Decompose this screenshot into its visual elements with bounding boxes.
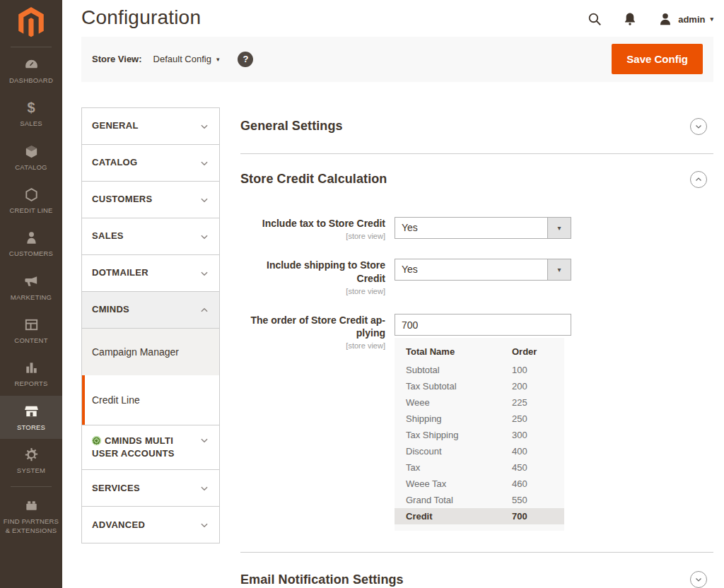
user-icon bbox=[658, 11, 673, 27]
field-scope: [store view] bbox=[240, 341, 385, 351]
header-actions: admin ▾ bbox=[587, 6, 713, 27]
config-section-general[interactable]: GENERAL bbox=[82, 108, 219, 145]
select-value: Yes bbox=[395, 218, 547, 238]
content-row: GENERAL CATALOG CUSTOMERS SALES DOTMAILE… bbox=[62, 82, 724, 588]
sidebar-item-dashboard[interactable]: DASHBOARD bbox=[0, 49, 62, 92]
collapse-toggle bbox=[690, 171, 707, 188]
select-arrow-button: ▾ bbox=[547, 218, 571, 238]
admin-account-menu[interactable]: admin ▾ bbox=[658, 11, 713, 27]
store-credit-header[interactable]: Store Credit Calculation bbox=[240, 171, 713, 188]
config-subitem-credit-line[interactable]: Credit Line bbox=[82, 375, 219, 425]
sidebar-item-reports[interactable]: REPORTS bbox=[0, 352, 62, 395]
dashboard-icon bbox=[23, 57, 40, 73]
section-title: Store Credit Calculation bbox=[240, 172, 387, 187]
field-label: Include tax to Store Credit[store view] bbox=[240, 217, 395, 241]
sidebar-divider bbox=[11, 47, 52, 47]
system-icon bbox=[23, 447, 40, 463]
field-label: The order of Store Credit ap- plying[sto… bbox=[240, 314, 395, 531]
column-header-order: Order bbox=[512, 346, 537, 357]
notifications-button[interactable] bbox=[622, 11, 638, 27]
config-nav: GENERAL CATALOG CUSTOMERS SALES DOTMAILE… bbox=[81, 107, 220, 543]
sidebar-item-label: CREDIT LINE bbox=[9, 206, 52, 215]
config-subitem-campaign-manager[interactable]: Campaign Manager bbox=[82, 329, 219, 375]
section-title: Email Notification Settings bbox=[240, 572, 404, 587]
chevron-down-icon bbox=[199, 232, 209, 242]
sidebar-item-label: STORES bbox=[17, 423, 45, 432]
config-section-dotmailer[interactable]: DOTMAILER bbox=[82, 255, 219, 292]
chevron-up-icon bbox=[199, 305, 209, 315]
totals-order-table: Total Name Order Subtotal100 Tax Subtota… bbox=[395, 338, 564, 531]
table-row: Tax450 bbox=[395, 459, 564, 476]
select-value: Yes bbox=[395, 259, 547, 280]
magento-admin-app: DASHBOARD $ SALES CATALOG CREDIT LINE CU… bbox=[0, 0, 724, 588]
find-partners-icon bbox=[23, 498, 40, 514]
sidebar-item-label: CATALOG bbox=[15, 163, 47, 172]
general-settings-header[interactable]: General Settings bbox=[240, 118, 713, 135]
sidebar-item-label: FIND PARTNERS & EXTENSIONS bbox=[4, 517, 59, 535]
save-config-button[interactable]: Save Config bbox=[612, 44, 703, 74]
section-email-notifications: Email Notification Settings bbox=[240, 552, 713, 588]
config-section-cminds-multi-user[interactable]: CMINDS MULTI USER ACCOUNTS bbox=[82, 425, 219, 470]
settings-panel: General Settings Store Credit Calculatio… bbox=[240, 107, 713, 588]
sidebar-item-find-partners[interactable]: FIND PARTNERS & EXTENSIONS bbox=[0, 490, 62, 542]
store-credit-form: Include tax to Store Credit[store view] … bbox=[240, 217, 713, 531]
customers-icon bbox=[23, 230, 40, 246]
green-spiral-icon bbox=[92, 436, 101, 445]
include-shipping-select[interactable]: Yes ▾ bbox=[395, 259, 571, 281]
collapse-toggle bbox=[690, 571, 707, 588]
sidebar-item-label: CONTENT bbox=[14, 336, 47, 345]
admin-username: admin bbox=[678, 14, 705, 25]
sidebar-item-sales[interactable]: $ SALES bbox=[0, 92, 62, 135]
store-view-selector[interactable]: Default Config ▾ bbox=[153, 54, 220, 64]
table-row: Weee225 bbox=[395, 394, 564, 411]
field-scope: [store view] bbox=[240, 231, 385, 241]
chevron-down-icon bbox=[199, 122, 209, 131]
help-icon[interactable]: ? bbox=[238, 52, 253, 67]
table-row: Tax Subtotal200 bbox=[395, 378, 564, 394]
select-arrow-button: ▾ bbox=[547, 259, 571, 280]
credit-order-input[interactable] bbox=[395, 314, 571, 336]
section-store-credit: Store Credit Calculation Include tax to … bbox=[240, 154, 713, 531]
config-section-catalog[interactable]: CATALOG bbox=[82, 145, 219, 182]
store-view-label: Store View: bbox=[92, 54, 142, 64]
page-title: Configuration bbox=[81, 6, 201, 29]
config-section-sales[interactable]: SALES bbox=[82, 218, 219, 255]
magento-logo[interactable] bbox=[0, 0, 62, 47]
config-section-services[interactable]: SERVICES bbox=[82, 470, 219, 507]
email-notifications-header[interactable]: Email Notification Settings bbox=[240, 571, 713, 588]
config-section-customers[interactable]: CUSTOMERS bbox=[82, 182, 219, 218]
chevron-down-icon bbox=[199, 269, 209, 278]
store-view-value: Default Config bbox=[153, 54, 211, 64]
config-section-advanced[interactable]: ADVANCED bbox=[82, 507, 219, 543]
field-include-shipping: Include shipping to Store Credit[store v… bbox=[240, 259, 713, 296]
field-scope: [store view] bbox=[240, 286, 385, 296]
sidebar-item-catalog[interactable]: CATALOG bbox=[0, 136, 62, 179]
config-section-cminds[interactable]: CMINDS bbox=[82, 292, 219, 329]
sidebar-item-label: CUSTOMERS bbox=[9, 249, 53, 258]
config-subsection-cminds: Campaign Manager Credit Line bbox=[82, 329, 219, 425]
field-label: Include shipping to Store Credit[store v… bbox=[240, 259, 395, 296]
chevron-down-icon: ▾ bbox=[557, 266, 561, 274]
chevron-down-icon bbox=[199, 520, 209, 530]
admin-sidebar: DASHBOARD $ SALES CATALOG CREDIT LINE CU… bbox=[0, 0, 62, 588]
search-button[interactable] bbox=[587, 11, 602, 27]
sidebar-item-marketing[interactable]: MARKETING bbox=[0, 266, 62, 309]
table-row: Discount400 bbox=[395, 443, 564, 459]
sidebar-item-stores[interactable]: STORES bbox=[0, 396, 62, 439]
chevron-down-icon bbox=[199, 158, 209, 168]
sidebar-item-label: SALES bbox=[20, 119, 42, 128]
field-include-tax: Include tax to Store Credit[store view] … bbox=[240, 217, 713, 241]
content-icon bbox=[23, 317, 40, 333]
sidebar-item-customers[interactable]: CUSTOMERS bbox=[0, 222, 62, 265]
table-row: Tax Shipping300 bbox=[395, 427, 564, 443]
sidebar-item-label: REPORTS bbox=[14, 380, 47, 388]
chevron-down-icon bbox=[199, 435, 209, 445]
sidebar-item-content[interactable]: CONTENT bbox=[0, 309, 62, 352]
page-header: Configuration admin ▾ bbox=[62, 0, 724, 37]
collapse-toggle bbox=[690, 118, 707, 135]
include-tax-select[interactable]: Yes ▾ bbox=[395, 217, 571, 239]
sidebar-item-credit-line[interactable]: CREDIT LINE bbox=[0, 179, 62, 222]
sidebar-item-system[interactable]: SYSTEM bbox=[0, 439, 62, 482]
sales-icon: $ bbox=[27, 100, 35, 116]
catalog-icon bbox=[23, 143, 40, 160]
